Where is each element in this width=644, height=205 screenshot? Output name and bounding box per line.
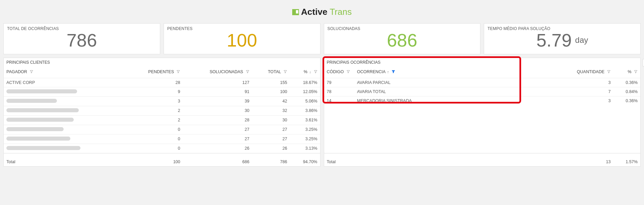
cell-pendentes: 0: [126, 134, 183, 144]
cell-total: 42: [252, 96, 290, 106]
cell-total: 27: [252, 134, 290, 144]
cell-solucionadas: 91: [183, 87, 252, 96]
cell-solucionadas: 27: [183, 125, 252, 134]
redacted-text: [6, 89, 77, 93]
redacted-text: [6, 137, 70, 141]
table-row[interactable]: 99110012.05%: [4, 87, 320, 96]
col-percent[interactable]: %: [613, 67, 640, 78]
sort-asc-icon[interactable]: ↑: [387, 70, 389, 74]
kpi-card: SOLUCIONADAS686: [324, 23, 481, 54]
filter-icon-active[interactable]: [392, 70, 395, 75]
col-solucionadas[interactable]: SOLUCIONADAS: [183, 67, 252, 78]
logo-text-bold: Active: [301, 7, 327, 17]
redacted-text: [6, 99, 57, 103]
cell-pagador: [4, 125, 126, 134]
redacted-text: [6, 127, 64, 131]
cell-pendentes: 9: [126, 87, 183, 96]
cell-percent: 18.67%: [290, 78, 320, 87]
col-pagador-label: PAGADOR: [6, 69, 27, 74]
col-percent[interactable]: % ↓: [290, 67, 320, 78]
table-row[interactable]: ACTIVE CORP2812715518.67%: [4, 78, 320, 87]
cell-percent: 0.84%: [613, 87, 640, 96]
col-percent-label: %: [304, 69, 307, 74]
kpi-value: 786: [67, 31, 97, 49]
filter-icon[interactable]: [30, 70, 33, 75]
col-total[interactable]: TOTAL: [252, 67, 290, 78]
cell-percent: 3.86%: [290, 106, 320, 115]
cell-pagador: [4, 87, 126, 96]
kpi-card: TEMPO MÉDIO PARA SOLUÇÃO5.79day: [484, 23, 641, 54]
cell-percent: 3.61%: [290, 115, 320, 125]
cell-solucionadas: 39: [183, 96, 252, 106]
cell-percent: 12.05%: [290, 87, 320, 96]
filter-icon[interactable]: [346, 70, 350, 75]
table-row[interactable]: 14MERCADORIA SINISTRADA30.36%: [324, 96, 641, 105]
cell-pendentes: 2: [126, 106, 183, 115]
kpi-unit: day: [575, 35, 588, 45]
col-solucionadas-label: SOLUCIONADAS: [210, 69, 243, 74]
bottom-row: PRINCIPAIS CLIENTES PAGADOR PENDENTES SO…: [0, 54, 644, 167]
table-row[interactable]: 027273.25%: [4, 125, 320, 134]
panel-occurrences-wrap: PRINCIPAIS OCORRÊNCIAS CÓDIGO OCORRENCIA…: [324, 58, 641, 167]
panel-menu-button[interactable]: ⋮: [643, 59, 644, 66]
clients-total-tot: 786: [252, 153, 290, 166]
table-row[interactable]: 230323.86%: [4, 106, 320, 115]
cell-pagador: [4, 134, 126, 144]
panel-clients: PRINCIPAIS CLIENTES PAGADOR PENDENTES SO…: [3, 58, 320, 167]
logo-text: Active Trans: [301, 7, 351, 17]
logo-bar: Active Trans: [0, 0, 644, 23]
col-total-label: TOTAL: [268, 69, 281, 74]
cell-quantidade: 3: [566, 78, 613, 87]
panel-occurrences-title: PRINCIPAIS OCORRÊNCIAS: [324, 58, 641, 67]
occurrences-total-row: Total 13 1.57%: [324, 153, 641, 166]
clients-total-sol: 686: [183, 153, 252, 166]
filter-icon[interactable]: [607, 70, 611, 75]
cell-ocorrencia: MERCADORIA SINISTRADA: [354, 96, 567, 105]
table-row[interactable]: 027273.25%: [4, 134, 320, 144]
col-pagador[interactable]: PAGADOR: [4, 67, 126, 78]
cell-codigo: 14: [324, 96, 354, 105]
col-pendentes[interactable]: PENDENTES: [126, 67, 183, 78]
cell-ocorrencia: AVARIA PARCIAL: [354, 78, 567, 87]
table-row[interactable]: 228303.61%: [4, 115, 320, 125]
col-quantidade-label: QUANTIDADE: [577, 69, 605, 74]
cell-solucionadas: 27: [183, 134, 252, 144]
col-pendentes-label: PENDENTES: [148, 69, 174, 74]
panel-clients-title: PRINCIPAIS CLIENTES: [4, 58, 320, 67]
cell-quantidade: 7: [566, 87, 613, 96]
kpi-card: TOTAL DE OCORRÊNCIAS786: [3, 23, 160, 54]
kpi-value-wrap: 100: [167, 31, 317, 49]
kpi-value-wrap: 5.79day: [487, 31, 637, 49]
clients-total-pend: 100: [126, 153, 183, 166]
col-codigo[interactable]: CÓDIGO: [324, 67, 354, 78]
filter-icon[interactable]: [176, 70, 180, 75]
table-row[interactable]: 339425.06%: [4, 96, 320, 106]
cell-percent: 3.25%: [290, 134, 320, 144]
cell-total: 27: [252, 125, 290, 134]
redacted-text: [6, 146, 80, 150]
occ-total-pct: 1.57%: [613, 153, 640, 166]
col-ocorrencia[interactable]: OCORRENCIA ↑: [354, 67, 567, 78]
col-percent-label: %: [628, 69, 631, 74]
col-ocorrencia-label: OCORRENCIA: [357, 69, 385, 74]
cell-pendentes: 0: [126, 144, 183, 153]
clients-total-row: Total 100 686 786 94.70%: [4, 153, 320, 166]
cell-pagador: ACTIVE CORP: [4, 78, 126, 87]
filter-icon[interactable]: [246, 70, 249, 75]
cell-percent: 3.25%: [290, 125, 320, 134]
cell-percent: 3.13%: [290, 144, 320, 153]
kpi-card: PENDENTES100: [164, 23, 320, 54]
kpi-value-wrap: 786: [7, 31, 157, 49]
table-row[interactable]: 78AVARIA TOTAL70.84%: [324, 87, 641, 96]
cell-pendentes: 28: [126, 78, 183, 87]
col-codigo-label: CÓDIGO: [327, 69, 344, 74]
panel-occurrences: PRINCIPAIS OCORRÊNCIAS CÓDIGO OCORRENCIA…: [324, 58, 641, 167]
filter-icon[interactable]: [314, 70, 317, 75]
table-row[interactable]: 026263.13%: [4, 144, 320, 153]
kpi-row: TOTAL DE OCORRÊNCIAS786PENDENTES100SOLUC…: [0, 23, 644, 54]
col-quantidade[interactable]: QUANTIDADE: [566, 67, 613, 78]
filter-icon[interactable]: [283, 70, 287, 75]
filter-icon[interactable]: [634, 70, 638, 75]
sort-desc-icon[interactable]: ↓: [309, 70, 311, 74]
table-row[interactable]: 79AVARIA PARCIAL30.36%: [324, 78, 641, 87]
